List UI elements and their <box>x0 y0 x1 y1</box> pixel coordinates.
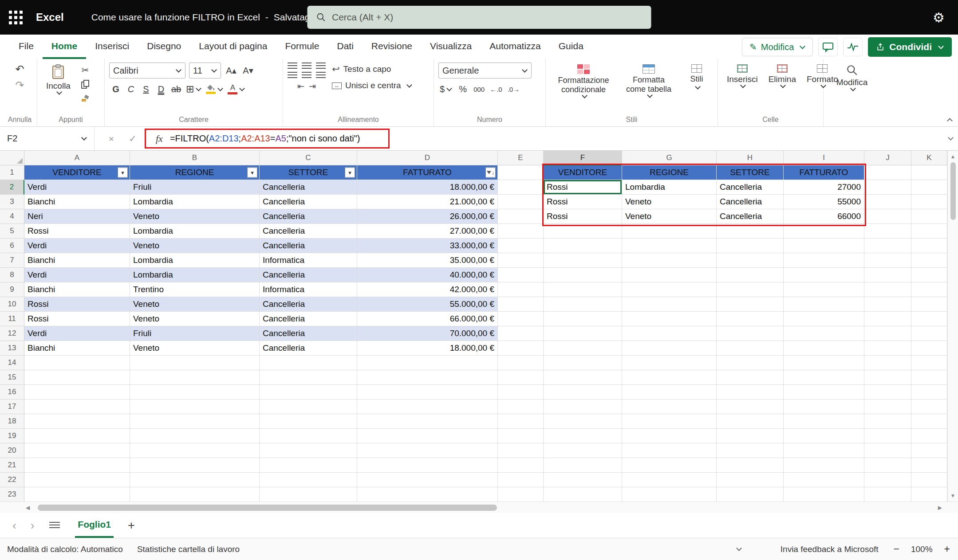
cell-C13[interactable]: Cancelleria <box>260 341 357 356</box>
cancel-icon[interactable]: × <box>101 133 122 144</box>
search-input[interactable]: Cerca (Alt + X) <box>307 6 651 29</box>
cell-E1[interactable] <box>498 165 544 180</box>
cell-K8[interactable] <box>911 268 947 282</box>
cell-B12[interactable]: Friuli <box>130 326 260 341</box>
zoom-out-button[interactable]: − <box>894 543 899 555</box>
cell-I6[interactable] <box>784 239 864 253</box>
cell-C12[interactable]: Cancelleria <box>260 326 357 341</box>
align-right-icon[interactable] <box>316 72 326 79</box>
cell-A5[interactable]: Rossi <box>24 224 130 239</box>
cell-H6[interactable] <box>717 239 784 253</box>
cell-I1[interactable]: FATTURATO <box>784 165 864 180</box>
redo-icon[interactable]: ↷ <box>13 78 27 92</box>
activity-button[interactable] <box>843 38 863 56</box>
cell-K2[interactable] <box>911 180 947 195</box>
cell-D14[interactable] <box>357 356 498 370</box>
cell-K23[interactable] <box>911 487 947 501</box>
status-chevron-icon[interactable] <box>736 545 742 551</box>
cell-G3[interactable]: Veneto <box>622 195 717 209</box>
tab-disegno[interactable]: Disegno <box>138 35 190 59</box>
feedback-link[interactable]: Invia feedback a Microsoft <box>781 544 879 554</box>
cell-C1[interactable]: SETTORE▾ <box>260 165 357 180</box>
cell-F9[interactable] <box>544 282 622 297</box>
editing-button[interactable]: Modifica <box>832 63 872 92</box>
insert-function-icon[interactable]: fx <box>156 133 163 145</box>
thousands-button[interactable]: 000 <box>472 82 486 96</box>
cell-K12[interactable] <box>911 326 947 341</box>
cell-B6[interactable]: Veneto <box>130 239 260 253</box>
scroll-right-icon[interactable]: ▶ <box>934 505 946 511</box>
edit-mode-button[interactable]: ✎ Modifica <box>742 38 813 56</box>
cell-J19[interactable] <box>864 429 911 443</box>
cell-C15[interactable] <box>260 370 357 385</box>
select-all-corner[interactable] <box>0 151 24 165</box>
cell-C20[interactable] <box>260 443 357 458</box>
undo-icon[interactable]: ↶ <box>13 63 27 76</box>
cell-D20[interactable] <box>357 443 498 458</box>
row-header-11[interactable]: 11 <box>0 312 24 326</box>
cell-J8[interactable] <box>864 268 911 282</box>
vertical-scroll-thumb[interactable] <box>950 162 956 220</box>
cell-G14[interactable] <box>622 356 717 370</box>
collapse-ribbon-icon[interactable] <box>947 118 953 124</box>
cell-I18[interactable] <box>784 414 864 429</box>
cell-F15[interactable] <box>544 370 622 385</box>
font-name-select[interactable]: Calibri <box>109 63 185 78</box>
cell-C6[interactable]: Cancelleria <box>260 239 357 253</box>
font-color-button[interactable]: A <box>226 82 246 96</box>
cell-A7[interactable]: Bianchi <box>24 253 130 268</box>
cell-E12[interactable] <box>498 326 544 341</box>
cell-E9[interactable] <box>498 282 544 297</box>
align-middle-icon[interactable] <box>302 63 311 70</box>
cell-J20[interactable] <box>864 443 911 458</box>
cell-K7[interactable] <box>911 253 947 268</box>
cell-I12[interactable] <box>784 326 864 341</box>
cell-C16[interactable] <box>260 385 357 399</box>
filter-dropdown-button[interactable]: ▾ <box>118 168 128 178</box>
tab-home[interactable]: Home <box>43 35 86 59</box>
cell-J3[interactable] <box>864 195 911 209</box>
cell-K13[interactable] <box>911 341 947 356</box>
filter-sorted-button[interactable]: ↓ <box>485 168 496 178</box>
cell-B21[interactable] <box>130 458 260 473</box>
cell-E16[interactable] <box>498 385 544 399</box>
column-header-J[interactable]: J <box>864 151 911 165</box>
cell-H18[interactable] <box>717 414 784 429</box>
cell-D5[interactable]: 27.000,00 € <box>357 224 498 239</box>
cell-D3[interactable]: 21.000,00 € <box>357 195 498 209</box>
cell-E13[interactable] <box>498 341 544 356</box>
cell-G2[interactable]: Lombardia <box>622 180 717 195</box>
bold-button[interactable]: G <box>109 82 122 96</box>
double-underline-button[interactable]: D <box>154 82 168 96</box>
decrease-decimals-button[interactable]: .0→ <box>506 82 521 96</box>
cell-B4[interactable]: Veneto <box>130 209 260 224</box>
cell-C7[interactable]: Informatica <box>260 253 357 268</box>
cell-A13[interactable]: Bianchi <box>24 341 130 356</box>
tab-layout-di-pagina[interactable]: Layout di pagina <box>190 35 276 59</box>
cell-F5[interactable] <box>544 224 622 239</box>
filter-dropdown-button[interactable]: ▾ <box>345 168 355 178</box>
zoom-level[interactable]: 100% <box>911 544 933 554</box>
cell-G6[interactable] <box>622 239 717 253</box>
cell-D18[interactable] <box>357 414 498 429</box>
cell-G16[interactable] <box>622 385 717 399</box>
cell-E4[interactable] <box>498 209 544 224</box>
cell-J13[interactable] <box>864 341 911 356</box>
cell-C4[interactable]: Cancelleria <box>260 209 357 224</box>
cell-D15[interactable] <box>357 370 498 385</box>
calc-mode-status[interactable]: Modalità di calcolo: Automatico <box>0 544 130 554</box>
cell-D21[interactable] <box>357 458 498 473</box>
row-header-1[interactable]: 1 <box>0 165 24 180</box>
cell-B2[interactable]: Friuli <box>130 180 260 195</box>
cell-A8[interactable]: Verdi <box>24 268 130 282</box>
underline-button[interactable]: S <box>139 82 153 96</box>
cell-I20[interactable] <box>784 443 864 458</box>
cell-G12[interactable] <box>622 326 717 341</box>
tab-visualizza[interactable]: Visualizza <box>421 35 481 59</box>
percent-button[interactable]: % <box>456 82 469 96</box>
cell-F4[interactable]: Rossi <box>544 209 622 224</box>
cell-F20[interactable] <box>544 443 622 458</box>
tab-automatizza[interactable]: Automatizza <box>481 35 550 59</box>
cell-K5[interactable] <box>911 224 947 239</box>
cell-K6[interactable] <box>911 239 947 253</box>
